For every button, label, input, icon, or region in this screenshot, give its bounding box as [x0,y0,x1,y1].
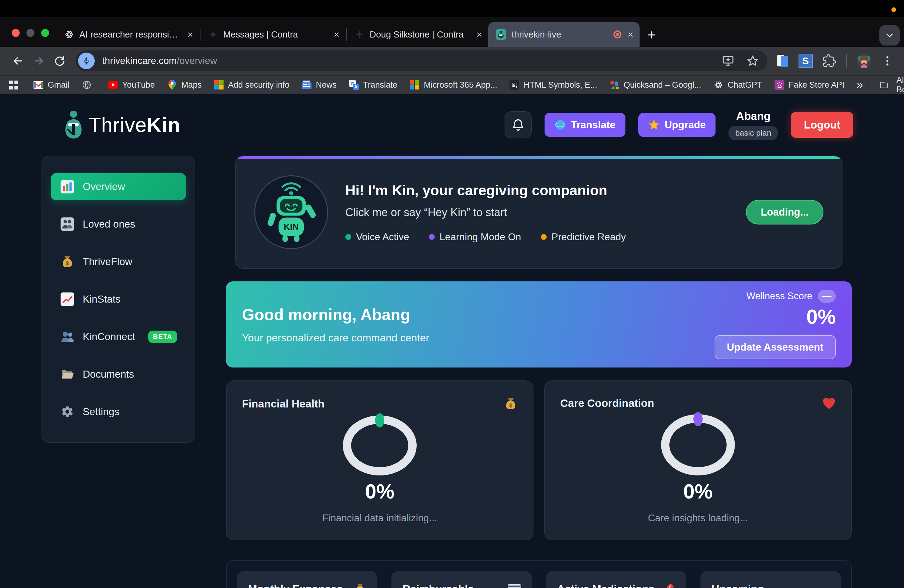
money-bag-icon: $ [504,397,517,411]
browser-toolbar: thrivekincare.com/overview S [0,47,904,75]
sidebar: Overview Loved ones $ ThriveFlow [41,156,195,443]
globe-icon [82,80,92,90]
forward-button[interactable] [33,55,45,67]
maps-pin-icon [167,80,177,90]
kin-text: Hi! I'm Kin, your caregiving companion C… [345,182,626,243]
kin-status-row: Voice Active Learning Mode On Predictive… [345,231,626,243]
mini-card-title: Monthly Expenses [248,583,343,588]
update-assessment-button[interactable]: Update Assessment [714,335,836,359]
youtube-icon [108,80,118,90]
fullscreen-window-button[interactable] [41,29,49,37]
tab-close-icon[interactable]: × [476,30,482,40]
reload-button[interactable] [54,55,65,67]
beta-badge: BETA [148,330,177,343]
bookmark-globe[interactable] [82,80,96,90]
header-actions: Translate Upgrade Abang basic plan Logou… [504,110,853,140]
profile-avatar[interactable] [857,54,871,68]
back-button[interactable] [12,55,24,67]
new-tab-button[interactable]: + [648,28,656,42]
thrivekin-logo[interactable]: ThriveKin [63,110,180,140]
bookmark-html-symbols[interactable]: &; HTML Symbols, E... [509,80,597,90]
kin-avatar[interactable]: KIN [254,175,328,249]
microphone-icon[interactable] [78,52,95,69]
banner-right: Wellness Score — 0% Update Assessment [714,290,836,359]
microsoft-icon [409,80,419,90]
omnibox-actions [722,54,759,67]
tab-chatgpt[interactable]: AI researcher responsibilities × [57,22,199,47]
bookmark-quicksand[interactable]: Quicksand – Googl... [609,80,701,90]
extensions-puzzle-icon[interactable] [822,54,836,68]
active-medications-card[interactable]: Active Medications [546,571,686,588]
google-news-icon [302,80,311,90]
bookmark-gmail[interactable]: Gmail [33,80,70,90]
html-symbols-icon: &; [509,80,519,90]
browser-tab-strip: AI researcher responsibilities × Message… [0,17,904,47]
sidebar-item-label: Settings [83,406,119,417]
sidebar-item-thriveflow[interactable]: $ ThriveFlow [51,248,186,275]
tab-search-button[interactable] [879,25,900,46]
translate-button[interactable]: Translate [545,113,626,137]
card-title: Care Coordination [560,397,654,409]
tab-close-icon[interactable]: × [187,30,193,40]
heart-icon [822,397,836,409]
family-icon [60,217,74,231]
bookmarks-overflow-icon[interactable]: » [857,78,863,91]
status-voice-active: Voice Active [345,231,409,243]
bookmark-add-security-info[interactable]: Add security info [214,80,290,90]
tab-contra-messages[interactable]: Messages | Contra × [201,22,346,47]
sidebar-item-documents[interactable]: Documents [51,361,186,388]
address-bar[interactable]: thrivekincare.com/overview [76,51,767,71]
bookmark-star-icon[interactable] [746,54,759,67]
tab-close-icon[interactable]: × [333,30,340,40]
chart-increasing-icon [60,292,74,306]
bookmark-news[interactable]: News [302,80,337,90]
all-bookmarks-label[interactable]: All Bookmarks [897,75,904,95]
browser-menu-kebab-icon[interactable] [881,55,893,67]
gear-icon [60,405,74,419]
tab-thrivekin-live-active[interactable]: thrivekin-live × [488,22,640,47]
minimize-window-button[interactable] [27,29,35,37]
ring-progress-dot [375,413,384,427]
close-window-button[interactable] [12,29,20,37]
loading-button[interactable]: Loading... [746,200,823,224]
sidebar-item-kinstats[interactable]: KinStats [51,286,186,313]
card-extension-icon[interactable] [776,54,789,68]
sidebar-item-settings[interactable]: Settings [51,398,186,425]
tab-separator [346,28,347,41]
monthly-expenses-card[interactable]: Monthly Expenses $ [237,571,377,588]
url-host: thrivekincare.com [102,55,177,66]
app-header: ThriveKin Translate Upgrade Abang basic … [0,94,904,156]
sidebar-item-overview[interactable]: Overview [51,173,186,200]
bookmark-label: Fake Store API [789,80,845,90]
logout-button[interactable]: Logout [791,112,853,138]
bookmark-youtube[interactable]: YouTube [108,80,155,90]
upgrade-button[interactable]: Upgrade [638,113,716,137]
s-extension-icon[interactable]: S [798,54,813,68]
upgrade-button-label: Upgrade [665,119,706,131]
notifications-button[interactable] [504,111,532,138]
purple-dot-icon [429,234,435,240]
microsoft-icon [214,80,224,90]
reimbursable-card[interactable]: Reimbursable [392,571,532,588]
summary-section: Monthly Expenses $ Reimbursable [226,560,852,588]
two-people-icon [60,330,74,343]
bookmark-microsoft-365[interactable]: Microsoft 365 App... [409,80,497,90]
financial-health-card: Financial Health $ 0% Financial data ini… [226,381,534,541]
ring-progress-dot [693,412,703,426]
wellness-score-row: Wellness Score — [746,290,836,303]
install-app-icon[interactable] [722,54,735,67]
tab-contra-doug[interactable]: Doug Silkstone | Contra × [348,22,488,47]
upcoming-appointments-card[interactable]: Upcoming Appointments 17 [700,571,841,588]
bookmark-translate[interactable]: GA Translate [349,80,398,90]
apps-grid-icon[interactable] [9,81,18,90]
bookmark-chatgpt[interactable]: ChatGPT [713,80,762,90]
sidebar-item-loved-ones[interactable]: Loved ones [51,211,186,238]
bookmark-maps[interactable]: Maps [167,80,202,90]
bookmark-fake-store-api[interactable]: Fake Store API [774,80,845,90]
screen: AI researcher responsibilities × Message… [0,0,904,588]
chatgpt-icon [713,80,723,90]
tab-close-icon[interactable]: × [627,30,634,40]
status-predictive-ready: Predictive Ready [541,231,626,243]
sidebar-item-kinconnect[interactable]: KinConnect BETA [51,323,186,350]
wellness-score-value: 0% [806,305,836,329]
